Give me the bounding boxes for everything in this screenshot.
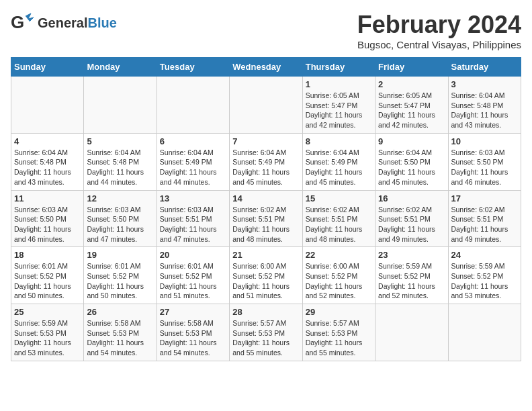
day-info: Sunrise: 5:59 AM Sunset: 5:52 PM Dayligh… — [378, 261, 445, 301]
month-year-title: February 2024 — [357, 11, 521, 39]
day-info: Sunrise: 6:03 AM Sunset: 5:50 PM Dayligh… — [87, 205, 153, 244]
day-number: 26 — [87, 307, 153, 317]
day-number: 1 — [306, 79, 372, 89]
calendar-cell: 23Sunrise: 5:59 AM Sunset: 5:52 PM Dayli… — [375, 247, 448, 304]
day-info: Sunrise: 6:03 AM Sunset: 5:50 PM Dayligh… — [451, 148, 518, 187]
day-info: Sunrise: 5:59 AM Sunset: 5:53 PM Dayligh… — [14, 318, 81, 358]
calendar-cell: 20Sunrise: 6:01 AM Sunset: 5:52 PM Dayli… — [157, 247, 229, 304]
calendar-week-row: 25Sunrise: 5:59 AM Sunset: 5:53 PM Dayli… — [11, 304, 521, 361]
day-number: 19 — [87, 250, 153, 260]
day-info: Sunrise: 5:58 AM Sunset: 5:53 PM Dayligh… — [160, 318, 226, 358]
day-info: Sunrise: 6:03 AM Sunset: 5:51 PM Dayligh… — [160, 205, 226, 244]
day-number: 15 — [306, 193, 372, 203]
calendar-cell: 10Sunrise: 6:03 AM Sunset: 5:50 PM Dayli… — [448, 133, 521, 190]
calendar-table: SundayMondayTuesdayWednesdayThursdayFrid… — [11, 57, 521, 361]
day-info: Sunrise: 6:01 AM Sunset: 5:52 PM Dayligh… — [87, 261, 153, 301]
day-number: 6 — [160, 136, 226, 146]
day-number: 21 — [232, 250, 299, 260]
day-info: Sunrise: 6:04 AM Sunset: 5:48 PM Dayligh… — [451, 91, 518, 130]
day-info: Sunrise: 6:04 AM Sunset: 5:49 PM Dayligh… — [306, 148, 372, 187]
header-wednesday: Wednesday — [230, 58, 302, 77]
calendar-header-row: SundayMondayTuesdayWednesdayThursdayFrid… — [11, 58, 521, 77]
day-info: Sunrise: 6:01 AM Sunset: 5:52 PM Dayligh… — [160, 261, 226, 301]
day-info: Sunrise: 5:58 AM Sunset: 5:53 PM Dayligh… — [87, 318, 153, 358]
header-monday: Monday — [84, 58, 157, 77]
title-block: February 2024 Bugsoc, Central Visayas, P… — [357, 11, 521, 50]
day-number: 29 — [306, 307, 372, 317]
day-info: Sunrise: 6:01 AM Sunset: 5:52 PM Dayligh… — [14, 261, 81, 301]
calendar-cell: 1Sunrise: 6:05 AM Sunset: 5:47 PM Daylig… — [302, 77, 375, 134]
day-info: Sunrise: 6:04 AM Sunset: 5:50 PM Dayligh… — [378, 148, 445, 187]
day-info: Sunrise: 6:02 AM Sunset: 5:51 PM Dayligh… — [378, 205, 445, 244]
logo-general: General — [38, 15, 87, 30]
day-number: 10 — [451, 136, 518, 146]
day-info: Sunrise: 6:05 AM Sunset: 5:47 PM Dayligh… — [378, 91, 445, 130]
svg-text:G: G — [11, 12, 24, 32]
day-number: 3 — [451, 79, 518, 89]
day-number: 14 — [232, 193, 299, 203]
calendar-cell: 21Sunrise: 6:00 AM Sunset: 5:52 PM Dayli… — [230, 247, 302, 304]
calendar-week-row: 1Sunrise: 6:05 AM Sunset: 5:47 PM Daylig… — [11, 77, 521, 134]
calendar-cell — [84, 77, 157, 134]
day-info: Sunrise: 6:04 AM Sunset: 5:49 PM Dayligh… — [232, 148, 299, 187]
day-number: 22 — [306, 250, 372, 260]
calendar-cell: 14Sunrise: 6:02 AM Sunset: 5:51 PM Dayli… — [230, 190, 302, 247]
day-number: 9 — [378, 136, 445, 146]
day-info: Sunrise: 5:59 AM Sunset: 5:52 PM Dayligh… — [451, 261, 518, 301]
day-info: Sunrise: 6:05 AM Sunset: 5:47 PM Dayligh… — [306, 91, 372, 130]
calendar-cell: 3Sunrise: 6:04 AM Sunset: 5:48 PM Daylig… — [448, 77, 521, 134]
calendar-cell: 27Sunrise: 5:58 AM Sunset: 5:53 PM Dayli… — [157, 304, 229, 361]
calendar-cell — [375, 304, 448, 361]
day-number: 8 — [306, 136, 372, 146]
calendar-cell — [11, 77, 84, 134]
day-number: 27 — [160, 307, 226, 317]
day-number: 7 — [232, 136, 299, 146]
day-number: 20 — [160, 250, 226, 260]
day-number: 25 — [14, 307, 81, 317]
calendar-cell — [448, 304, 521, 361]
day-info: Sunrise: 6:04 AM Sunset: 5:48 PM Dayligh… — [87, 148, 153, 187]
calendar-week-row: 4Sunrise: 6:04 AM Sunset: 5:48 PM Daylig… — [11, 133, 521, 190]
calendar-cell — [157, 77, 229, 134]
calendar-cell: 18Sunrise: 6:01 AM Sunset: 5:52 PM Dayli… — [11, 247, 84, 304]
calendar-cell: 19Sunrise: 6:01 AM Sunset: 5:52 PM Dayli… — [84, 247, 157, 304]
calendar-cell: 12Sunrise: 6:03 AM Sunset: 5:50 PM Dayli… — [84, 190, 157, 247]
day-number: 4 — [14, 136, 81, 146]
header-sunday: Sunday — [11, 58, 84, 77]
calendar-cell: 9Sunrise: 6:04 AM Sunset: 5:50 PM Daylig… — [375, 133, 448, 190]
header-friday: Friday — [375, 58, 448, 77]
day-number: 12 — [87, 193, 153, 203]
logo: G GeneralBlue — [11, 11, 117, 35]
calendar-cell: 29Sunrise: 5:57 AM Sunset: 5:53 PM Dayli… — [302, 304, 375, 361]
calendar-cell — [230, 77, 302, 134]
calendar-cell: 6Sunrise: 6:04 AM Sunset: 5:49 PM Daylig… — [157, 133, 229, 190]
calendar-cell: 15Sunrise: 6:02 AM Sunset: 5:51 PM Dayli… — [302, 190, 375, 247]
day-number: 23 — [378, 250, 445, 260]
day-number: 18 — [14, 250, 81, 260]
calendar-cell: 13Sunrise: 6:03 AM Sunset: 5:51 PM Dayli… — [157, 190, 229, 247]
calendar-cell: 16Sunrise: 6:02 AM Sunset: 5:51 PM Dayli… — [375, 190, 448, 247]
calendar-week-row: 11Sunrise: 6:03 AM Sunset: 5:50 PM Dayli… — [11, 190, 521, 247]
day-info: Sunrise: 6:03 AM Sunset: 5:50 PM Dayligh… — [14, 205, 81, 244]
calendar-cell: 17Sunrise: 6:02 AM Sunset: 5:51 PM Dayli… — [448, 190, 521, 247]
calendar-cell: 2Sunrise: 6:05 AM Sunset: 5:47 PM Daylig… — [375, 77, 448, 134]
page-header: G GeneralBlue February 2024 Bugsoc, Cent… — [11, 11, 521, 50]
day-number: 16 — [378, 193, 445, 203]
day-number: 17 — [451, 193, 518, 203]
day-info: Sunrise: 6:02 AM Sunset: 5:51 PM Dayligh… — [451, 205, 518, 244]
day-info: Sunrise: 6:00 AM Sunset: 5:52 PM Dayligh… — [306, 261, 372, 301]
day-info: Sunrise: 6:04 AM Sunset: 5:48 PM Dayligh… — [14, 148, 81, 187]
day-number: 11 — [14, 193, 81, 203]
logo-icon: G — [11, 11, 35, 35]
calendar-cell: 26Sunrise: 5:58 AM Sunset: 5:53 PM Dayli… — [84, 304, 157, 361]
day-info: Sunrise: 5:57 AM Sunset: 5:53 PM Dayligh… — [232, 318, 299, 358]
day-number: 5 — [87, 136, 153, 146]
day-info: Sunrise: 6:00 AM Sunset: 5:52 PM Dayligh… — [232, 261, 299, 301]
day-number: 13 — [160, 193, 226, 203]
calendar-cell: 22Sunrise: 6:00 AM Sunset: 5:52 PM Dayli… — [302, 247, 375, 304]
logo-blue: Blue — [87, 15, 116, 30]
calendar-cell: 5Sunrise: 6:04 AM Sunset: 5:48 PM Daylig… — [84, 133, 157, 190]
calendar-cell: 8Sunrise: 6:04 AM Sunset: 5:49 PM Daylig… — [302, 133, 375, 190]
calendar-cell: 7Sunrise: 6:04 AM Sunset: 5:49 PM Daylig… — [230, 133, 302, 190]
header-thursday: Thursday — [302, 58, 375, 77]
